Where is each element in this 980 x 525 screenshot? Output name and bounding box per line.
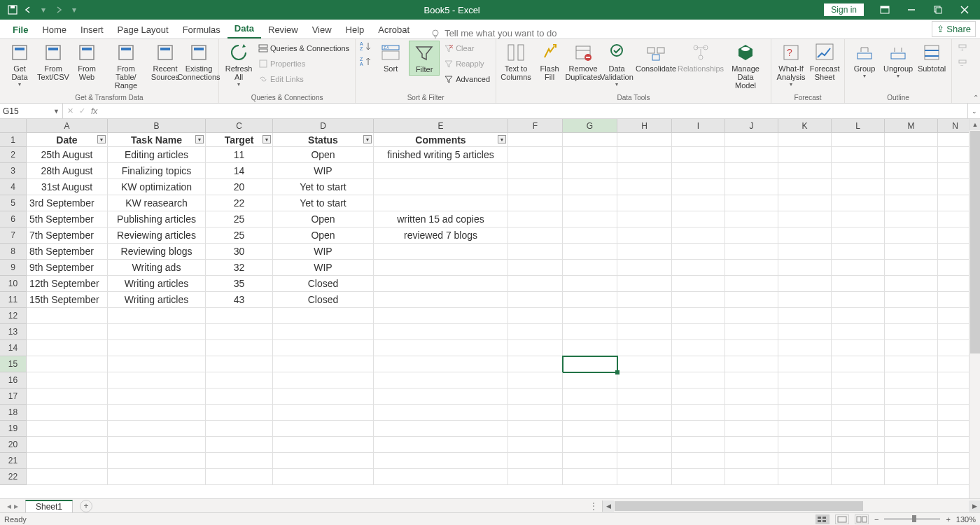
cell[interactable] (885, 195, 938, 211)
cell[interactable]: WIP (273, 260, 374, 276)
row-header[interactable]: 20 (0, 437, 27, 453)
cell[interactable] (508, 308, 563, 324)
horizontal-scrollbar[interactable]: ◀ ▶ (602, 500, 980, 512)
cell[interactable]: 15th September (27, 292, 108, 308)
cell[interactable] (938, 195, 973, 211)
cell[interactable] (885, 453, 938, 469)
cell[interactable] (725, 147, 778, 163)
cell[interactable] (938, 308, 973, 324)
cell[interactable] (832, 437, 885, 453)
cell[interactable] (563, 421, 617, 437)
row-header[interactable]: 13 (0, 324, 27, 340)
cell[interactable] (273, 421, 374, 437)
cell[interactable] (206, 340, 273, 356)
cell[interactable] (617, 356, 672, 372)
cell[interactable] (832, 405, 885, 421)
new-sheet-button[interactable]: + (80, 500, 92, 512)
cell[interactable] (563, 276, 617, 292)
cell[interactable] (617, 308, 672, 324)
cell[interactable] (885, 405, 938, 421)
cell[interactable] (938, 388, 973, 405)
cell[interactable] (563, 195, 617, 211)
cell[interactable] (832, 260, 885, 276)
cell[interactable] (778, 453, 832, 469)
cell[interactable] (617, 292, 672, 308)
cell[interactable] (672, 276, 725, 292)
column-header[interactable]: J (725, 119, 778, 133)
cell[interactable] (563, 388, 617, 405)
cell[interactable] (563, 340, 617, 356)
column-header[interactable]: I (672, 119, 725, 133)
cell[interactable] (374, 469, 508, 485)
cell[interactable] (725, 133, 778, 147)
row-header[interactable]: 18 (0, 405, 27, 421)
cell[interactable] (374, 388, 508, 405)
cell[interactable] (672, 453, 725, 469)
cell[interactable] (27, 421, 108, 437)
cell[interactable] (563, 453, 617, 469)
cell[interactable] (374, 276, 508, 292)
cell[interactable] (374, 195, 508, 211)
cell[interactable] (374, 340, 508, 356)
properties-button[interactable]: Properties (257, 56, 351, 71)
undo-dropdown-icon[interactable]: ▾ (38, 4, 49, 15)
cell[interactable] (885, 227, 938, 244)
cell[interactable] (885, 324, 938, 340)
manage-data-model-button[interactable]: ManageData Model (724, 41, 766, 91)
cell[interactable]: Yet to start (273, 179, 374, 195)
cell[interactable] (778, 324, 832, 340)
cell[interactable] (617, 260, 672, 276)
cell[interactable] (273, 372, 374, 388)
fx-icon[interactable]: fx (91, 106, 97, 116)
column-header[interactable]: B (108, 119, 206, 133)
cell[interactable] (563, 227, 617, 244)
cell[interactable] (725, 308, 778, 324)
queries-connections-button[interactable]: Queries & Connections (257, 41, 351, 56)
cell[interactable] (374, 292, 508, 308)
column-header[interactable]: M (885, 119, 938, 133)
cell[interactable]: WIP (273, 163, 374, 179)
cell[interactable] (778, 372, 832, 388)
cell[interactable] (778, 469, 832, 485)
forecast-sheet-button[interactable]: ForecastSheet (809, 41, 840, 83)
cell[interactable] (938, 211, 973, 227)
cell[interactable] (672, 324, 725, 340)
cell[interactable] (725, 388, 778, 405)
cell[interactable] (206, 324, 273, 340)
cell[interactable]: Yet to start (273, 195, 374, 211)
cell[interactable] (778, 195, 832, 211)
cell[interactable] (832, 211, 885, 227)
cell[interactable] (617, 147, 672, 163)
cell[interactable] (778, 340, 832, 356)
column-header[interactable]: H (617, 119, 672, 133)
cell[interactable] (672, 356, 725, 372)
row-header[interactable]: 12 (0, 308, 27, 324)
cell[interactable]: KW optimization (108, 179, 206, 195)
cell[interactable] (273, 437, 374, 453)
cell[interactable] (832, 421, 885, 437)
cell[interactable] (778, 388, 832, 405)
close-button[interactable] (952, 0, 977, 20)
cell[interactable] (563, 437, 617, 453)
cell[interactable] (832, 308, 885, 324)
cell[interactable] (27, 453, 108, 469)
cell[interactable]: Status▼ (273, 133, 374, 147)
tab-page-layout[interactable]: Page Layout (111, 21, 176, 38)
cell[interactable] (617, 227, 672, 244)
cell[interactable] (617, 276, 672, 292)
cell[interactable] (778, 405, 832, 421)
cell[interactable] (508, 340, 563, 356)
remove-duplicates-button[interactable]: RemoveDuplicates (568, 41, 598, 83)
cell[interactable]: 43 (206, 292, 273, 308)
cell[interactable] (508, 227, 563, 244)
from-table-range-button[interactable]: From Table/Range (105, 41, 147, 91)
zoom-out-button[interactable]: − (874, 515, 878, 524)
cell[interactable] (672, 211, 725, 227)
cell[interactable] (885, 179, 938, 195)
cell[interactable] (938, 260, 973, 276)
cell[interactable] (508, 211, 563, 227)
cell[interactable] (725, 421, 778, 437)
cell[interactable] (374, 372, 508, 388)
cell[interactable] (508, 276, 563, 292)
get-data-button[interactable]: GetData▾ (4, 41, 35, 89)
